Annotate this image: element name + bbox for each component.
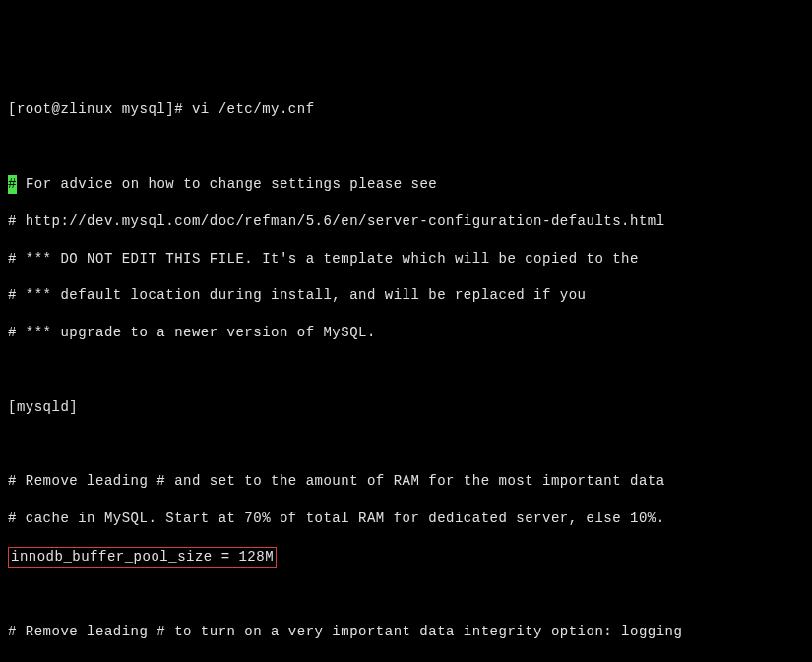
config-line[interactable]: # *** upgrade to a newer version of MySQ… bbox=[8, 324, 804, 342]
config-line[interactable]: # *** DO NOT EDIT THIS FILE. It's a temp… bbox=[8, 250, 804, 269]
shell-prompt: [root@zlinux mysql]# vi /etc/my.cnf bbox=[8, 100, 804, 119]
config-line[interactable]: # cache in MySQL. Start at 70% of total … bbox=[8, 510, 804, 528]
blank-line bbox=[8, 138, 804, 156]
blank-line bbox=[8, 586, 804, 605]
comment-text: For advice on how to change settings ple… bbox=[17, 176, 437, 192]
config-line[interactable]: # Remove leading # to turn on a very imp… bbox=[8, 623, 804, 641]
cursor-icon: # bbox=[8, 175, 17, 194]
config-line[interactable]: # http://dev.mysql.com/doc/refman/5.6/en… bbox=[8, 212, 804, 231]
highlight-box-innodb: innodb_buffer_pool_size = 128M bbox=[8, 547, 277, 568]
highlighted-section: innodb_buffer_pool_size = 128M bbox=[8, 547, 804, 568]
config-line[interactable]: # Remove leading # and set to the amount… bbox=[8, 472, 804, 491]
terminal-output: [root@zlinux mysql]# vi /etc/my.cnf # Fo… bbox=[8, 83, 804, 662]
blank-line bbox=[8, 361, 804, 380]
section-header[interactable]: [mysqld] bbox=[8, 398, 804, 417]
blank-line bbox=[8, 435, 804, 453]
config-line[interactable]: # For advice on how to change settings p… bbox=[8, 175, 804, 194]
config-setting[interactable]: innodb_buffer_pool_size = 128M bbox=[11, 549, 274, 565]
prompt-text: [root@zlinux mysql]# vi /etc/my.cnf bbox=[8, 101, 315, 117]
config-line[interactable]: # *** default location during install, a… bbox=[8, 286, 804, 305]
